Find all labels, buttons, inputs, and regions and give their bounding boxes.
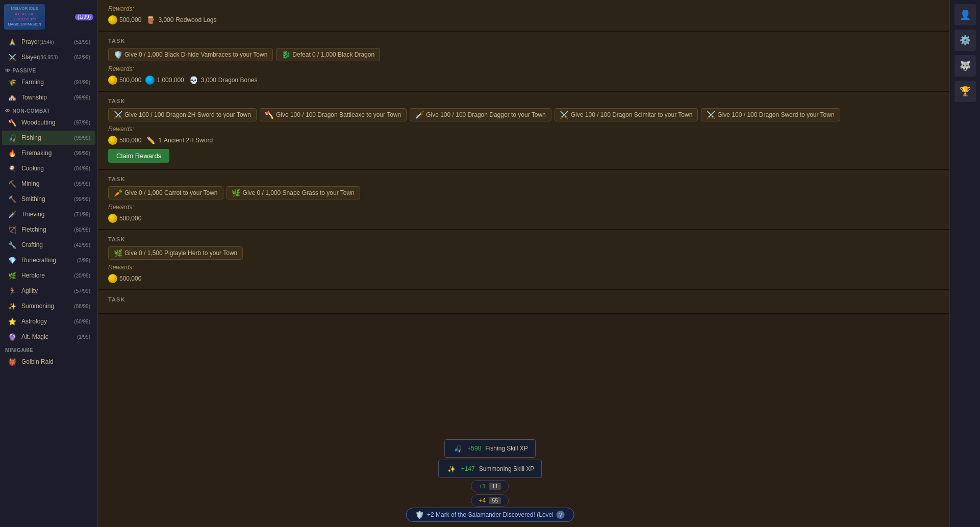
sidebar-item-runecrafting[interactable]: 💎 Runecrafting (3/99) xyxy=(2,253,95,267)
logo-image: MELVOR IDLEATLAS OFDISCOVERYMAGIC EXPANS… xyxy=(4,4,45,30)
task-header: TASK xyxy=(108,176,939,182)
fishing-xp-popup: 🎣 +598 Fishing Skill XP xyxy=(444,439,535,458)
sidebar-item-astrology[interactable]: ⭐ Astrology (60/99) xyxy=(2,314,95,329)
wolf-button[interactable]: 🐺 xyxy=(954,55,976,77)
task-block-carrot-snape: TASK 🥕 Give 0 / 1,000 Carrot to your Tow… xyxy=(98,170,949,230)
sidebar-item-smithing[interactable]: 🔨 Smithing (99/99) xyxy=(2,192,95,206)
sidebar-item-label: Crafting xyxy=(21,241,70,248)
slayer-icon: ⚔️ xyxy=(7,52,17,62)
sidebar-item-level: (99/99) xyxy=(74,95,90,101)
notification-bar: 🎣 +598 Fishing Skill XP ✨ +147 Summoning… xyxy=(438,439,542,507)
thieving-icon: 🗡️ xyxy=(7,209,17,219)
crafting-icon: 🔧 xyxy=(7,240,17,250)
coin-icon xyxy=(108,274,117,283)
task-block-black-dragon: TASK 🛡️ Give 0 / 1,000 Black D-hide Vamb… xyxy=(98,32,949,92)
discovery-text: +2 Mark of the Salamander Discovered! (L… xyxy=(427,511,554,518)
coin-icon xyxy=(108,214,117,223)
sidebar-item-label: Alt. Magic xyxy=(21,333,73,340)
task-header: TASK xyxy=(108,38,939,44)
astrology-icon: ⭐ xyxy=(7,316,17,327)
sidebar-item-farming[interactable]: 🌾 Farming (91/99) xyxy=(2,75,95,89)
reward-amount: 500,000 xyxy=(119,77,141,84)
discovery-icon: 🛡️ xyxy=(415,511,424,519)
sidebar-item-level: (99/99) xyxy=(74,135,90,141)
cooking-icon: 🍳 xyxy=(7,163,17,173)
settings-button[interactable]: ⚙️ xyxy=(954,30,976,51)
reward-coin: 500,000 xyxy=(108,136,141,145)
sidebar-item-woodcutting[interactable]: 🪓 Woodcutting (97/99) xyxy=(2,115,95,130)
reward-name: Ancient 2H Sword xyxy=(164,137,213,144)
township-icon: 🏘️ xyxy=(7,92,17,103)
sidebar-item-label: Prayer(154k) xyxy=(21,38,70,45)
rewards-row: 500,000 xyxy=(108,214,939,223)
task-objective: ⚔️ Give 100 / 100 Dragon Scimitar to you… xyxy=(555,108,698,121)
sidebar-item-label: Fishing xyxy=(21,134,70,141)
objective-text: Give 0 / 1,000 Black D-hide Vambraces to… xyxy=(124,51,267,58)
sidebar-item-level: (57/99) xyxy=(74,288,90,294)
farming-icon: 🌾 xyxy=(7,77,17,87)
character-button[interactable]: 👤 xyxy=(954,4,976,26)
sidebar-item-township[interactable]: 🏘️ Township (99/99) xyxy=(2,90,95,105)
sidebar-item-golbin-raid[interactable]: 👹 Golbin Raid xyxy=(2,355,95,369)
objective-text: Give 100 / 100 Dragon Dagger to your Tow… xyxy=(426,111,546,118)
sidebar-item-level: (20/99) xyxy=(74,273,90,279)
sidebar-item-level: (99/99) xyxy=(74,196,90,202)
magic-badge: (1/99) xyxy=(75,14,93,20)
sidebar-item-label: Golbin Raid xyxy=(21,358,86,365)
fishing-xp-icon: 🎣 xyxy=(452,443,463,454)
task-objectives: 🌿 Give 0 / 1,500 Pigtayle Herb to your T… xyxy=(108,246,939,260)
claim-rewards-button[interactable]: Claim Rewards xyxy=(108,149,169,163)
sidebar-item-label: Woodcutting xyxy=(21,119,70,126)
noncombat-section-label: 👁 NON-COMBAT xyxy=(0,105,97,115)
sidebar-item-alt-magic[interactable]: 🔮 Alt. Magic (1/99) xyxy=(2,330,95,344)
sidebar-item-agility[interactable]: 🏃 Agility (57/99) xyxy=(2,284,95,298)
task-objective: 🗡️ Give 100 / 100 Dragon Dagger to your … xyxy=(410,108,551,121)
sidebar-item-prayer[interactable]: 🙏 Prayer(154k) (51/99) xyxy=(2,35,95,49)
reward-amount: 500,000 xyxy=(119,215,141,222)
objective-text: Give 100 / 100 Dragon Scimitar to your T… xyxy=(571,111,693,118)
sidebar-item-fishing[interactable]: 🎣 Fishing (99/99) xyxy=(2,131,95,145)
sidebar-item-crafting[interactable]: 🔧 Crafting (42/99) xyxy=(2,238,95,252)
reward-amount: 500,000 xyxy=(119,16,141,23)
sidebar-item-fletching[interactable]: 🏹 Fletching (60/99) xyxy=(2,222,95,237)
summoning-xp-icon: ✨ xyxy=(446,463,457,474)
objective-text: Give 100 / 100 Dragon Battleaxe to your … xyxy=(276,111,401,118)
ancient-sword-icon: ✏️ xyxy=(146,136,155,144)
objective-text: Give 100 / 100 Dragon 2H Sword to your T… xyxy=(124,111,251,118)
coin-icon xyxy=(108,136,117,145)
item-notif-1: +1 11 xyxy=(471,480,509,492)
objective-text: Give 0 / 1,000 Carrot to your Town xyxy=(124,189,218,196)
reward-name: Dragon Bones xyxy=(218,77,258,84)
sidebar-item-cooking[interactable]: 🍳 Cooking (84/99) xyxy=(2,161,95,175)
alt-magic-icon: 🔮 xyxy=(7,332,17,342)
sidebar-item-summoning[interactable]: ✨ Summoning (88/99) xyxy=(2,299,95,313)
sidebar-item-label: Township xyxy=(21,94,70,101)
task-objective: 🐉 Defeat 0 / 1,000 Black Dragon xyxy=(276,48,380,61)
task-header: TASK xyxy=(108,236,939,242)
minigame-section-label: MINIGAME xyxy=(0,344,97,354)
reward-amount: 3,000 xyxy=(158,16,173,23)
sidebar-item-thieving[interactable]: 🗡️ Thieving (71/99) xyxy=(2,207,95,221)
right-panel: 👤 ⚙️ 🐺 🏆 xyxy=(949,0,980,527)
sidebar-item-mining[interactable]: ⛏️ Mining (99/99) xyxy=(2,177,95,191)
trophy-button[interactable]: 🏆 xyxy=(954,81,976,102)
sidebar-item-level: (62/99) xyxy=(74,55,90,60)
item-notif-amount: +4 xyxy=(479,497,486,504)
sidebar-item-slayer[interactable]: ⚔️ Slayer(36,953) (62/99) xyxy=(2,50,95,64)
objective-text: Give 0 / 1,500 Pigtayle Herb to your Tow… xyxy=(124,249,237,257)
task-objectives: 🥕 Give 0 / 1,000 Carrot to your Town 🌿 G… xyxy=(108,186,939,199)
sidebar-item-herblore[interactable]: 🌿 Herblore (20/99) xyxy=(2,268,95,283)
wood-icon: 🪵 xyxy=(146,16,155,24)
scimitar-icon: ⚔️ xyxy=(560,111,568,119)
dagger-icon: 🗡️ xyxy=(415,111,423,119)
task-block-dragon-weapons: TASK ⚔️ Give 100 / 100 Dragon 2H Sword t… xyxy=(98,92,949,170)
firemaking-icon: 🔥 xyxy=(7,148,17,158)
dragon-sword-icon: ⚔️ xyxy=(707,111,715,119)
task-block-pigtayle: TASK 🌿 Give 0 / 1,500 Pigtayle Herb to y… xyxy=(98,230,949,290)
trophy-icon: 🏆 xyxy=(960,86,971,97)
mining-icon: ⛏️ xyxy=(7,179,17,189)
sidebar-item-firemaking[interactable]: 🔥 Firemaking (99/99) xyxy=(2,146,95,160)
sidebar-item-label: Astrology xyxy=(21,318,70,325)
snape-grass-icon: 🌿 xyxy=(232,189,240,197)
smithing-icon: 🔨 xyxy=(7,194,17,204)
